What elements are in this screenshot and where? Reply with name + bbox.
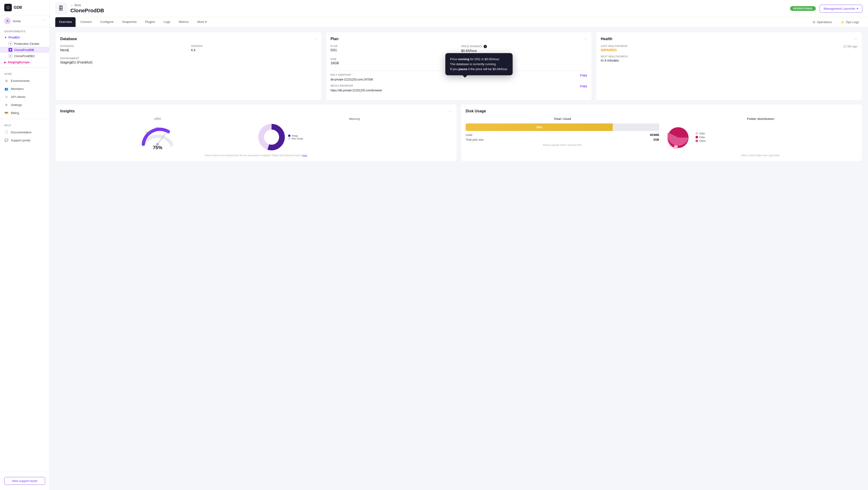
- management-launcher-button[interactable]: Management Launcher ▾: [819, 5, 862, 12]
- disk-note: Please upgrade before reaching 95%: [466, 144, 659, 146]
- chevron-down-icon: ⌃: [43, 19, 45, 23]
- db-icon: [8, 54, 12, 58]
- sidebar-footer: New support ticket: [0, 471, 49, 490]
- health-time: 🕐 95s ago: [843, 45, 857, 48]
- nav-label: Support portal: [11, 138, 30, 142]
- pie-note: Other is other folders like Logs folder.: [664, 154, 858, 157]
- tooltip-overlay: Price running for DS1 is $0.65/hour.The …: [445, 53, 513, 77]
- ram-field: RAM 16GB: [331, 58, 457, 65]
- db-logo-icon: 🗄: [55, 3, 67, 14]
- environments-label: ENVIRONMENTS: [0, 27, 49, 34]
- svg-text:25%: 25%: [145, 131, 150, 133]
- tab-more[interactable]: More ▾: [193, 17, 211, 27]
- db-item-label: CloneProdDB: [14, 48, 34, 52]
- metrics-link[interactable]: here.: [302, 154, 308, 157]
- nav-label: Members: [11, 87, 24, 91]
- tab-bar: Overview Connect Configure Snapshots Plu…: [50, 17, 868, 27]
- database-field: DATABASE Neo4j: [60, 45, 186, 52]
- browser-endpoint-row: NEO4J BROWSER Copy https://db-private-21…: [331, 85, 587, 92]
- chevron-down-icon: ▼: [4, 36, 7, 39]
- environment-value: StagingEU (Frankfurt): [60, 60, 317, 64]
- sidebar-item-documentation[interactable]: 📄 Documentation: [0, 128, 49, 136]
- tab-logs[interactable]: Logs: [160, 17, 174, 27]
- health-card-title: Health: [601, 37, 612, 41]
- sidebar-item-cloneproddb[interactable]: CloneProdDB: [0, 47, 49, 53]
- acme-label: ACME: [0, 69, 49, 77]
- database-card-title: Database: [60, 37, 77, 41]
- price-field: PRICE RUNNING i $0.65/hour: [461, 45, 587, 53]
- plan-value: DS1: [331, 48, 457, 52]
- bolt-value: db-private-21231233.com:247006: [331, 78, 587, 81]
- non-heap-legend: Non heap: [288, 137, 303, 140]
- folder-distribution-label: Folder distribution: [664, 117, 858, 121]
- other-label: Other: [700, 139, 706, 142]
- sidebar-item-billing[interactable]: 💳 Billing: [0, 109, 49, 117]
- svg-text:0%: 0%: [142, 146, 145, 146]
- staging-env[interactable]: ▶ StagingEurope: [0, 59, 49, 65]
- back-link[interactable]: ← Back: [70, 3, 786, 7]
- copy-bolt-button[interactable]: Copy: [580, 74, 587, 77]
- card-menu-icon[interactable]: ···: [449, 109, 452, 113]
- ram-value: 16GB: [331, 61, 457, 65]
- database-value: Neo4j: [60, 48, 186, 52]
- memory-legend: Heap Non heap: [288, 134, 303, 140]
- other-legend: Other: [695, 139, 706, 142]
- tooltip-box: Price running for DS1 is $0.65/hour.The …: [445, 53, 513, 75]
- tab-configure[interactable]: Configure: [97, 17, 117, 27]
- next-check-value: In 4 minutes: [601, 59, 857, 62]
- main-content: 🗄 ← Back CloneProdDB OPERATIONAL Managem…: [50, 0, 868, 490]
- account-name: Acme: [13, 19, 41, 23]
- other-dot: [695, 140, 698, 142]
- sidebar-item-api-clients[interactable]: ⊙ API clients: [0, 93, 49, 101]
- plan-label: PLAN: [331, 45, 457, 47]
- tab-plugins[interactable]: Plugins: [141, 17, 159, 27]
- card-menu-icon[interactable]: ···: [314, 37, 317, 41]
- nav-label: Documentation: [11, 131, 31, 134]
- total-used-section: Total / Used 76% Used 853MB Total plan s…: [466, 117, 659, 157]
- doc-icon: 📄: [4, 130, 8, 134]
- sidebar-item-members[interactable]: 👥 Members: [0, 85, 49, 93]
- sidebar-item-cloneproddb2[interactable]: CloneProdDB2: [0, 53, 49, 59]
- members-icon: 👥: [4, 87, 8, 91]
- prodeu-env[interactable]: ▼ ProdEU: [0, 34, 49, 41]
- sidebar-item-production-cluster[interactable]: Production Cluster: [0, 41, 49, 47]
- sidebar-item-support-portal[interactable]: 💬 Support portal: [0, 136, 49, 144]
- sidebar-item-settings[interactable]: ⚙ Settings: [0, 101, 49, 109]
- insights-inner: CPU 0%: [60, 117, 452, 151]
- copy-browser-button[interactable]: Copy: [580, 85, 587, 88]
- account-switcher[interactable]: A Acme ⌃: [0, 15, 49, 27]
- tab-metrics[interactable]: Metrics: [175, 17, 192, 27]
- tabs-right: ⚙ Operations ⚡ Ops Logs: [809, 19, 862, 26]
- nav-label: Billing: [11, 111, 19, 115]
- disk-bar-fill: 76%: [466, 124, 613, 131]
- tab-snapshots[interactable]: Snapshots: [118, 17, 140, 27]
- back-arrow-icon: ←: [70, 3, 74, 7]
- nav-label: API clients: [11, 95, 25, 99]
- ram-label: RAM: [331, 58, 457, 60]
- memory-chart-area: Heap Non heap: [257, 123, 452, 151]
- card-menu-icon[interactable]: ···: [854, 37, 857, 41]
- new-support-ticket-button[interactable]: New support ticket: [4, 477, 45, 485]
- tab-overview[interactable]: Overview: [55, 17, 75, 27]
- sidebar: ⬡ GDB A Acme ⌃ ENVIRONMENTS ▼ ProdEU Pro…: [0, 0, 50, 490]
- cpu-gauge: 0% 25% 50% 75% 100% 75%: [138, 123, 176, 149]
- ops-logs-tab[interactable]: ⚡ Ops Logs: [837, 19, 862, 26]
- database-label: DATABASE: [60, 45, 186, 47]
- browser-label: NEO4J BROWSER: [331, 85, 353, 87]
- non-heap-dot: [288, 137, 290, 140]
- db-item-label: Production Cluster: [14, 42, 39, 45]
- disk-usage-card: Disk Usage Total / Used 76% Used 85: [461, 104, 862, 162]
- total-used-label: Total / Used: [466, 117, 659, 121]
- api-icon: ⊙: [4, 95, 8, 99]
- db-item-label: CloneProdDB2: [14, 54, 35, 58]
- tooltip-text: Price running for DS1 is $0.65/hour.The …: [450, 57, 508, 71]
- card-menu-icon[interactable]: ···: [584, 37, 587, 41]
- tab-connect[interactable]: Connect: [76, 17, 95, 27]
- used-stat: Used 853MB: [466, 133, 659, 137]
- operations-tab[interactable]: ⚙ Operations: [809, 19, 835, 26]
- sidebar-item-environments[interactable]: ⊞ Environments: [0, 77, 49, 85]
- plan-card-title: Plan: [331, 37, 339, 41]
- info-icon[interactable]: i: [484, 45, 487, 48]
- data-label: Data: [700, 136, 705, 138]
- price-label: PRICE RUNNING i: [461, 45, 587, 48]
